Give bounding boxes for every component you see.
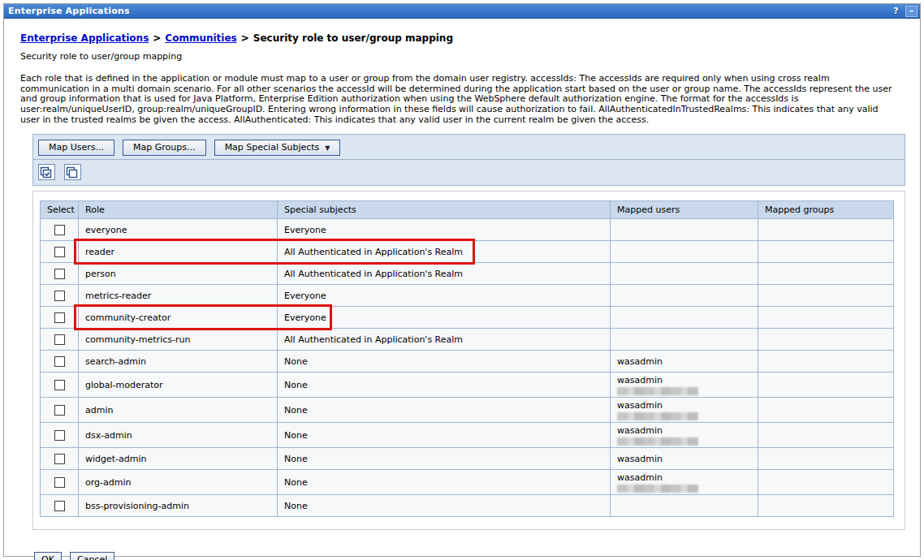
role-name: org-admin [85, 477, 131, 488]
select-cell [41, 470, 79, 495]
select-all-button[interactable] [38, 164, 55, 180]
mapped-users-cell: wasadmin [611, 448, 758, 470]
breadcrumb-separator: > [241, 32, 249, 44]
select-all-icon [39, 166, 54, 179]
mapped-groups-cell [758, 219, 894, 241]
mapped-users-value: wasadmin [617, 454, 751, 464]
mapped-groups-cell [758, 285, 894, 307]
special-subjects-cell: Everyone [278, 285, 611, 307]
role-name: dsx-admin [85, 430, 132, 441]
button-toolbar: Map Users... Map Groups... Map Special S… [32, 134, 905, 160]
row-checkbox[interactable] [54, 291, 65, 301]
row-checkbox[interactable] [54, 269, 65, 279]
select-cell [41, 423, 79, 448]
minimize-icon[interactable]: – [905, 6, 918, 17]
mapped-groups-cell [758, 351, 894, 373]
breadcrumb: Enterprise Applications>Communities>Secu… [20, 32, 904, 44]
table-row: reader All Authenticated in Application'… [41, 241, 894, 263]
mapped-groups-cell [758, 423, 894, 448]
row-checkbox[interactable] [54, 247, 65, 257]
special-subjects-cell: Everyone [278, 307, 611, 329]
special-subjects-cell: None [278, 351, 611, 373]
roles-table-container: Select Role Special subjects Mapped user… [32, 191, 905, 530]
role-cell: org-admin [79, 470, 278, 495]
map-special-subjects-button[interactable]: Map Special Subjects▼ [214, 140, 341, 156]
row-checkbox[interactable] [54, 356, 65, 367]
special-subjects-cell: All Authenticated in Application's Realm [278, 263, 611, 285]
mapped-users-value: wasadmin [617, 356, 751, 367]
select-cell [41, 307, 79, 329]
deselect-all-button[interactable] [64, 164, 81, 180]
map-special-subjects-label: Map Special Subjects [225, 142, 320, 153]
map-users-button[interactable]: Map Users... [38, 140, 114, 156]
row-checkbox[interactable] [54, 501, 65, 511]
breadcrumb-link-communities[interactable]: Communities [165, 32, 236, 44]
mapped-users-cell [611, 329, 758, 351]
redacted-text-blur [617, 412, 698, 420]
select-cell [41, 373, 79, 398]
deselect-all-icon [65, 166, 80, 179]
special-subjects-cell: None [278, 398, 611, 423]
row-checkbox[interactable] [54, 477, 65, 488]
row-checkbox[interactable] [54, 380, 65, 390]
page-subtitle: Security role to user/group mapping [20, 51, 904, 62]
dropdown-caret-icon: ▼ [325, 144, 330, 152]
cancel-button[interactable]: Cancel [70, 552, 114, 560]
row-checkbox[interactable] [54, 312, 65, 323]
table-row: community-creator Everyone [41, 307, 894, 329]
breadcrumb-link-enterprise-applications[interactable]: Enterprise Applications [20, 32, 149, 44]
table-row: widget-admin None wasadmin [41, 448, 894, 470]
table-header-row: Select Role Special subjects Mapped user… [41, 201, 894, 219]
role-cell: everyone [79, 219, 278, 241]
ok-button[interactable]: OK [34, 552, 62, 560]
select-cell [41, 398, 79, 423]
select-cell [41, 329, 79, 351]
select-cell [41, 285, 79, 307]
row-checkbox[interactable] [54, 405, 65, 416]
role-name: community-metrics-run [85, 334, 190, 345]
role-cell: community-metrics-run [79, 329, 278, 351]
special-subjects-cell: None [278, 448, 611, 470]
page-description: Each role that is defined in the applica… [20, 74, 904, 126]
mapped-groups-cell [758, 398, 894, 423]
mapped-groups-cell [758, 470, 894, 495]
toolbar: Map Users... Map Groups... Map Special S… [32, 134, 905, 187]
table-row: everyone Everyone [41, 219, 894, 241]
mapped-groups-cell [758, 329, 894, 351]
column-header-mapped-users: Mapped users [611, 201, 758, 219]
mapped-users-value: wasadmin [617, 425, 751, 436]
redacted-text-blur [617, 387, 698, 395]
page-content: Enterprise Applications>Communities>Secu… [4, 32, 920, 560]
role-name: reader [85, 247, 114, 257]
table-row: search-admin None wasadmin [41, 351, 894, 373]
roles-table: Select Role Special subjects Mapped user… [40, 200, 894, 517]
table-row: dsx-admin None wasadmin [41, 423, 894, 448]
role-name: bss-provisioning-admin [85, 501, 189, 511]
row-checkbox[interactable] [54, 225, 65, 235]
role-name: metrics-reader [85, 291, 151, 301]
help-icon[interactable]: ? [890, 6, 902, 17]
window-title: Enterprise Applications [8, 6, 130, 16]
role-name: person [85, 269, 116, 279]
row-checkbox[interactable] [54, 454, 65, 464]
map-groups-button[interactable]: Map Groups... [123, 140, 205, 156]
window-titlebar: Enterprise Applications ? – [4, 4, 920, 19]
mapped-users-cell: wasadmin [611, 470, 758, 495]
mapped-users-cell [611, 307, 758, 329]
table-row: person All Authenticated in Application'… [41, 263, 894, 285]
role-cell: admin [79, 398, 278, 423]
table-row: admin None wasadmin [41, 398, 894, 423]
role-name: global-moderator [85, 380, 163, 390]
row-checkbox[interactable] [54, 334, 65, 345]
mapped-users-cell [611, 263, 758, 285]
mapped-users-cell: wasadmin [611, 423, 758, 448]
role-name: community-creator [85, 312, 171, 323]
mapped-groups-cell [758, 495, 894, 517]
role-name: search-admin [85, 356, 146, 367]
row-checkbox[interactable] [54, 430, 65, 441]
mapped-users-value: wasadmin [617, 400, 751, 411]
select-cell [41, 219, 79, 241]
mapped-groups-cell [758, 307, 894, 329]
role-cell: widget-admin [79, 448, 278, 470]
special-subjects-cell: None [278, 423, 611, 448]
